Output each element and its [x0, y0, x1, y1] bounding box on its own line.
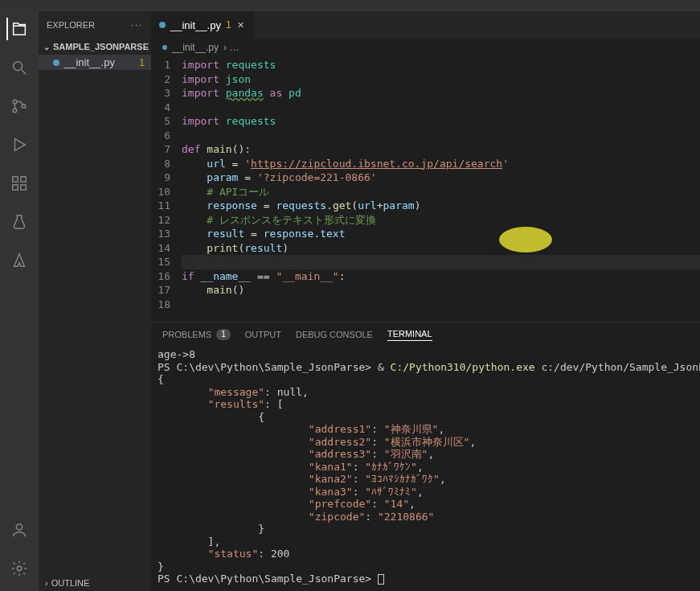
- problems-badge: 1: [216, 329, 231, 340]
- svg-rect-8: [21, 185, 26, 190]
- python-file-icon: [53, 60, 59, 66]
- file-name: __init__.py: [64, 56, 115, 68]
- editor-area: __init__.py 1 × __init__.py › … 12345678…: [151, 11, 700, 591]
- run-debug-icon[interactable]: [8, 133, 31, 156]
- sidebar: EXPLORER ··· ⌄ SAMPLE_JSONPARSE __init__…: [39, 11, 151, 591]
- chevron-down-icon: ⌄: [43, 43, 50, 51]
- svg-point-0: [14, 62, 23, 71]
- main: EXPLORER ··· ⌄ SAMPLE_JSONPARSE __init__…: [0, 11, 700, 591]
- python-file-icon: [159, 22, 166, 28]
- svg-point-3: [13, 109, 17, 113]
- search-icon[interactable]: [8, 56, 31, 79]
- panel-tab-terminal[interactable]: TERMINAL: [387, 329, 432, 341]
- tab-label: __init__.py: [170, 19, 221, 31]
- panel-tab-debug[interactable]: DEBUG CONSOLE: [296, 330, 373, 339]
- svg-rect-6: [21, 177, 26, 182]
- tab-init[interactable]: __init__.py 1 ×: [151, 11, 254, 39]
- testing-icon[interactable]: [8, 211, 31, 233]
- breadcrumb[interactable]: __init__.py › …: [151, 39, 700, 56]
- python-file-icon: [162, 45, 167, 50]
- panel-tab-problems[interactable]: PROBLEMS 1: [162, 329, 231, 340]
- file-item-init[interactable]: __init__.py 1: [39, 55, 151, 70]
- menubar: [0, 0, 700, 11]
- bottom-panel: PROBLEMS 1 OUTPUT DEBUG CONSOLE TERMINAL…: [151, 322, 700, 591]
- sidebar-title: EXPLORER: [47, 20, 95, 30]
- accounts-icon[interactable]: [8, 519, 31, 541]
- panel-tab-output[interactable]: OUTPUT: [245, 330, 281, 339]
- modified-badge: 1: [226, 19, 231, 31]
- file-problem-badge: 1: [139, 57, 145, 68]
- svg-line-1: [22, 70, 27, 75]
- svg-point-10: [17, 566, 22, 571]
- code-lines[interactable]: import requestsimport jsonimport pandas …: [182, 56, 700, 322]
- svg-point-9: [16, 524, 22, 530]
- azure-icon[interactable]: [8, 249, 31, 272]
- breadcrumb-file: __init__.py: [172, 42, 219, 53]
- sidebar-outline[interactable]: › OUTLINE: [39, 575, 151, 591]
- source-control-icon[interactable]: [8, 95, 31, 117]
- more-icon[interactable]: ···: [131, 20, 143, 30]
- terminal[interactable]: age->8 PS C:\dev\Python\Sample_JsonParse…: [151, 347, 700, 591]
- editor-tabs: __init__.py 1 ×: [151, 11, 700, 39]
- sidebar-section[interactable]: ⌄ SAMPLE_JSONPARSE: [39, 39, 151, 55]
- explorer-icon[interactable]: [6, 18, 31, 40]
- line-gutter: 123456789101112131415161718: [151, 56, 182, 322]
- settings-gear-icon[interactable]: [8, 557, 31, 580]
- panel-tabs: PROBLEMS 1 OUTPUT DEBUG CONSOLE TERMINAL: [151, 322, 700, 347]
- svg-point-4: [22, 105, 26, 109]
- close-icon[interactable]: ×: [236, 18, 246, 31]
- sidebar-header: EXPLORER ···: [39, 11, 151, 39]
- sidebar-section-label: SAMPLE_JSONPARSE: [53, 42, 149, 51]
- svg-rect-5: [13, 177, 18, 182]
- breadcrumb-rest: › …: [223, 42, 239, 53]
- extensions-icon[interactable]: [8, 172, 31, 195]
- code-editor[interactable]: 123456789101112131415161718 import reque…: [151, 56, 700, 322]
- svg-rect-7: [13, 185, 18, 190]
- svg-point-2: [13, 100, 17, 104]
- activity-bar: [0, 11, 39, 591]
